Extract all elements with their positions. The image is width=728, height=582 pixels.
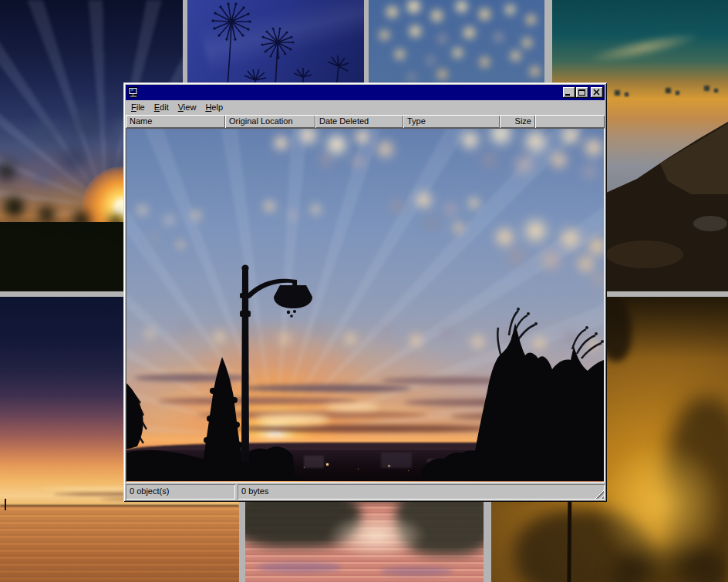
sunset-photo-background	[126, 129, 604, 482]
golden-glow	[595, 439, 726, 570]
low-treeline	[420, 452, 472, 480]
menu-item-help[interactable]: Help	[201, 101, 228, 114]
column-header-size[interactable]: Size	[500, 115, 535, 128]
status-byte-text: 0 bytes	[241, 486, 268, 496]
umbel-flower-silhouettes	[187, 0, 364, 93]
menu-item-view[interactable]: View	[174, 101, 201, 114]
column-header-date-deleted[interactable]: Date Deleted	[315, 115, 403, 128]
status-object-count: 0 object(s)	[126, 484, 235, 500]
column-header-stub	[535, 115, 605, 128]
minimize-icon	[565, 94, 570, 96]
lamp-head	[274, 285, 312, 308]
street-lamp	[240, 264, 312, 462]
column-header-row: Name Original Location Date Deleted Type…	[126, 115, 605, 128]
purple-streak	[380, 567, 453, 576]
maximize-button[interactable]	[576, 87, 588, 98]
menu-item-edit[interactable]: Edit	[150, 101, 174, 114]
application-icon	[127, 86, 140, 99]
cloud-blobs	[0, 0, 1, 1]
column-header-name[interactable]: Name	[126, 115, 225, 128]
maximize-icon	[578, 89, 585, 96]
water-ripples	[0, 506, 239, 582]
minimize-button[interactable]	[563, 87, 575, 98]
close-button[interactable]	[591, 87, 603, 98]
file-list-viewport[interactable]	[126, 128, 605, 483]
bright-reflection	[326, 513, 426, 559]
treetop-blobs	[0, 193, 1, 193]
menu-bar: File Edit View Help	[126, 100, 605, 115]
column-header-type[interactable]: Type	[403, 115, 500, 128]
titlebar[interactable]	[126, 85, 605, 100]
recycle-bin-window: File Edit View Help Name Original Locati…	[123, 82, 607, 502]
column-header-original-location[interactable]: Original Location	[225, 115, 315, 128]
distant-pole-silhouette	[5, 499, 6, 510]
cloud-flecks	[369, 0, 369, 1]
close-icon	[593, 89, 600, 96]
purple-streak	[257, 562, 342, 573]
status-byte-count: 0 bytes	[238, 484, 605, 500]
resize-grip[interactable]	[594, 489, 604, 499]
status-bar: 0 object(s) 0 bytes	[126, 484, 605, 500]
menu-item-file[interactable]: File	[126, 101, 150, 114]
desktop: { "window": { "title": "", "icon": "appl…	[0, 0, 728, 582]
foreground-silhouettes	[126, 129, 604, 480]
lamp-finial	[241, 264, 248, 271]
lamp-pole	[241, 271, 249, 462]
